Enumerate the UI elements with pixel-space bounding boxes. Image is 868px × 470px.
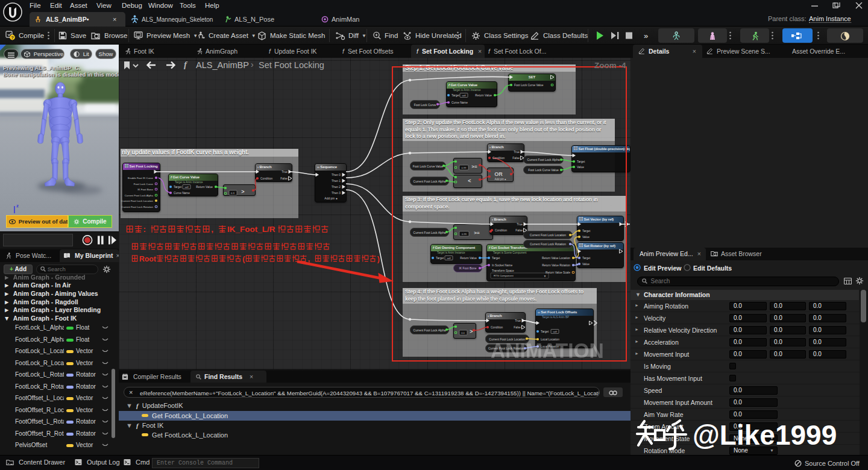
svg-text:(: ( bbox=[242, 254, 245, 263]
svg-text:True: True bbox=[281, 171, 288, 174]
svg-text:Then 1: Then 1 bbox=[332, 180, 341, 183]
svg-text:Then 3: Then 3 bbox=[332, 192, 341, 195]
svg-text:Curve Name: Curve Name bbox=[174, 192, 190, 195]
svg-text:Target: Target bbox=[174, 186, 182, 189]
svg-text:Current Foot Lock Location: Current Foot Lock Location bbox=[121, 199, 154, 202]
svg-text:>: > bbox=[241, 189, 244, 195]
svg-text:Root: Root bbox=[139, 254, 157, 263]
svg-text:@Like1999: @Like1999 bbox=[693, 419, 837, 451]
svg-text:IK Foot Bone: IK Foot Bone bbox=[137, 188, 153, 191]
svg-text:Foot Lock Curve: Foot Lock Curve bbox=[134, 183, 154, 186]
svg-text:Then 0: Then 0 bbox=[332, 174, 341, 177]
svg-text:?: ? bbox=[11, 35, 14, 40]
svg-text:Current Foot Lock Rotation: Current Foot Lock Rotation bbox=[121, 205, 153, 208]
svg-text:0.3: 0.3 bbox=[231, 192, 234, 195]
svg-text:IK_Foot_L/R: IK_Foot_L/R bbox=[227, 225, 275, 234]
svg-text:Then 2: Then 2 bbox=[332, 186, 341, 189]
svg-text:,: , bbox=[211, 225, 213, 234]
svg-text:self: self bbox=[185, 186, 189, 189]
svg-text:Enable Foot IK Curve: Enable Foot IK Curve bbox=[128, 177, 154, 180]
svg-text:z: z bbox=[16, 203, 19, 208]
svg-text::: : bbox=[143, 225, 146, 234]
svg-text:Current Foot Lock Alpha: Current Foot Lock Alpha bbox=[125, 194, 154, 197]
svg-text:Return Value: Return Value bbox=[196, 186, 213, 189]
svg-text:Add pin ●: Add pin ● bbox=[324, 196, 337, 200]
svg-text:Condition: Condition bbox=[260, 177, 273, 180]
svg-text:False: False bbox=[280, 177, 288, 180]
